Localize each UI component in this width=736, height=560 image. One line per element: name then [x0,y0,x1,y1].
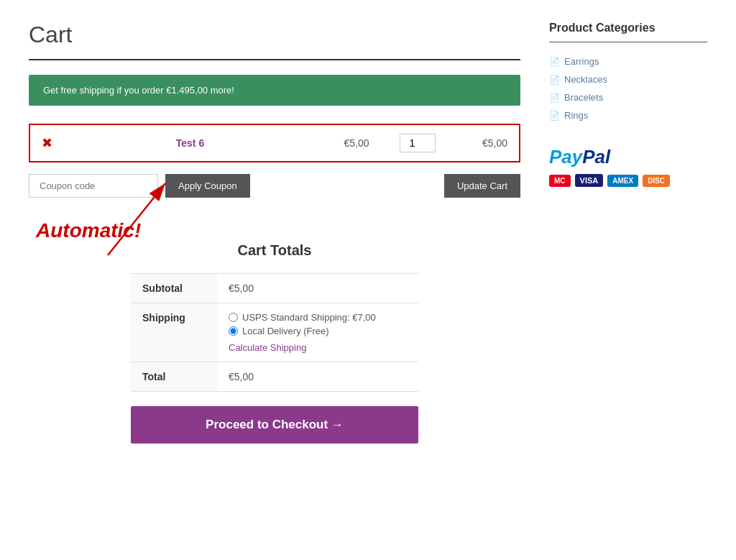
calculate-shipping-link[interactable]: Calculate Shipping [229,342,306,353]
cart-totals-section: Cart Totals Subtotal €5,00 Shipping USPS… [131,242,418,444]
coupon-left: Apply Coupon [29,174,250,198]
apply-coupon-button[interactable]: Apply Coupon [165,174,250,198]
annotation-section: Automatic! [29,219,520,242]
shipping-banner-text: Get free shipping if you order €1.495,00… [43,85,234,96]
sidebar: Product Categories 📄 Earrings 📄 Necklace… [549,22,707,444]
visa-logo: VISA [575,174,604,187]
category-link-bracelets[interactable]: Bracelets [564,92,603,103]
category-icon-earrings: 📄 [549,57,560,67]
category-link-earrings[interactable]: Earrings [564,56,599,67]
shipping-banner: Get free shipping if you order €1.495,00… [29,75,520,106]
cart-item-price: €5,00 [328,137,385,149]
category-item-necklaces: 📄 Necklaces [549,70,707,88]
sidebar-divider [549,42,707,42]
subtotal-label: Subtotal [131,274,217,303]
shipping-radio-local[interactable] [229,326,238,336]
paypal-logo: PayPal [549,146,707,168]
annotation-label: Automatic! [36,219,520,242]
remove-item-button[interactable]: ✖ [42,135,52,151]
sidebar-title: Product Categories [549,22,707,35]
shipping-option-local: Local Delivery (Free) [229,326,407,336]
card-logos: MC VISA AMEX DISC [549,174,707,187]
total-row: Total €5,00 [131,362,418,392]
total-value: €5,00 [217,362,418,392]
page-divider [29,59,520,60]
coupon-row: Apply Coupon Update Cart [29,174,520,198]
totals-table: Subtotal €5,00 Shipping USPS Standard Sh… [131,273,418,392]
shipping-option-local-label: Local Delivery (Free) [242,326,329,336]
shipping-options: USPS Standard Shipping: €7,00 Local Deli… [217,303,418,362]
shipping-option-usps: USPS Standard Shipping: €7,00 [229,312,407,323]
checkout-btn-wrapper: Proceed to Checkout → [131,406,418,444]
shipping-label: Shipping [131,303,217,362]
cart-product-name: Test 6 [67,137,313,149]
shipping-row: Shipping USPS Standard Shipping: €7,00 L… [131,303,418,362]
category-link-rings[interactable]: Rings [564,110,588,121]
subtotal-row: Subtotal €5,00 [131,274,418,303]
cart-item-row: ✖ Test 6 €5,00 €5,00 [29,124,520,162]
discover-logo: DISC [643,175,670,187]
proceed-to-checkout-button[interactable]: Proceed to Checkout → [131,406,418,444]
category-list: 📄 Earrings 📄 Necklaces 📄 Bracelets 📄 Rin… [549,52,707,124]
category-item-rings: 📄 Rings [549,106,707,124]
cart-totals-title: Cart Totals [131,242,418,259]
mastercard-logo: MC [549,175,571,187]
page-title: Cart [29,22,520,48]
amex-logo: AMEX [607,175,638,187]
category-item-bracelets: 📄 Bracelets [549,88,707,106]
category-link-necklaces[interactable]: Necklaces [564,74,607,85]
shipping-option-usps-label: USPS Standard Shipping: €7,00 [242,312,376,323]
main-content: Cart Get free shipping if you order €1.4… [29,22,549,444]
update-cart-button[interactable]: Update Cart [444,174,520,198]
category-icon-bracelets: 📄 [549,93,560,103]
payment-logos: PayPal MC VISA AMEX DISC [549,146,707,187]
subtotal-value: €5,00 [217,274,418,303]
coupon-input[interactable] [29,174,158,198]
cart-item-subtotal: €5,00 [450,137,507,149]
cart-quantity-input[interactable] [400,134,436,152]
category-icon-necklaces: 📄 [549,75,560,85]
total-label: Total [131,362,217,392]
shipping-radio-usps[interactable] [229,313,238,322]
category-item-earrings: 📄 Earrings [549,52,707,70]
category-icon-rings: 📄 [549,111,560,121]
